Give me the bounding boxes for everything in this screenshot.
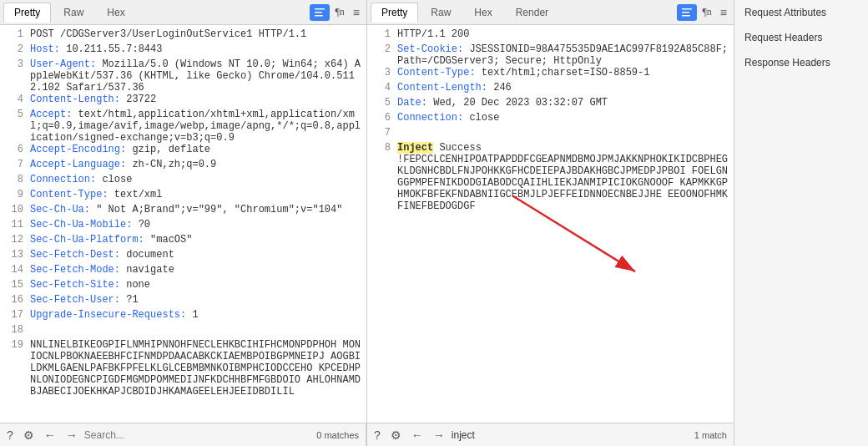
line-number: 15	[3, 279, 23, 291]
line-content: Upgrade-Insecure-Requests: 1	[30, 309, 199, 321]
line-number: 5	[3, 109, 23, 120]
line-number: 16	[3, 294, 23, 306]
line-number: 10	[3, 204, 23, 215]
table-row: 6Accept-Encoding: gzip, deflate	[0, 144, 366, 159]
left-settings-icon[interactable]: ⚙	[20, 427, 38, 443]
table-row: 10Sec-Ch-Ua: " Not A;Brand";v="99", "Chr…	[0, 204, 366, 219]
table-row: 3Content-Type: text/html;charset=ISO-885…	[367, 67, 734, 82]
line-content: Sec-Ch-Ua: " Not A;Brand";v="99", "Chrom…	[30, 204, 342, 215]
line-number: 12	[3, 234, 23, 246]
left-panel: Pretty Raw Hex ¶n ≡ 1POST /CDGServer3/Us…	[0, 0, 367, 446]
left-tab-hex[interactable]: Hex	[96, 3, 135, 23]
line-content: Sec-Ch-Ua-Platform: "macOS"	[30, 234, 192, 246]
left-tab-bar: Pretty Raw Hex ¶n ≡	[0, 0, 366, 25]
table-row: 2Set-Cookie: JSESSIONID=98A475535D9AE1AC…	[367, 43, 734, 67]
line-number: 4	[3, 94, 23, 105]
sidebar-item-request-headers[interactable]: Request Headers	[734, 25, 868, 50]
svg-rect-5	[682, 15, 690, 17]
table-row: 9Content-Type: text/xml	[0, 189, 366, 204]
left-back-icon[interactable]: ←	[41, 427, 59, 443]
table-row: 1POST /CDGServer3/UserLoginOutService1 H…	[0, 28, 366, 43]
table-row: 4Content-Length: 23722	[0, 94, 366, 109]
line-number: 11	[3, 219, 23, 231]
svg-rect-0	[315, 8, 325, 10]
left-bottom-bar: ? ⚙ ← → 0 matches	[0, 423, 366, 446]
sidebar: Request Attributes Request Headers Respo…	[734, 0, 868, 446]
table-row: 15Sec-Fetch-Site: none	[0, 279, 366, 294]
right-bottom-section: ? ⚙ ← → 1 match	[367, 423, 734, 446]
line-content: Sec-Fetch-Dest: document	[30, 249, 174, 261]
line-content: Accept-Encoding: gzip, deflate	[30, 144, 210, 155]
line-number: 8	[371, 142, 391, 154]
right-tab-hex[interactable]: Hex	[463, 3, 502, 23]
left-content: 1POST /CDGServer3/UserLoginOutService1 H…	[0, 25, 366, 423]
table-row: 18	[0, 324, 366, 339]
line-number: 8	[3, 174, 23, 185]
text-wrap-icon[interactable]	[310, 4, 330, 21]
line-number: 4	[371, 82, 391, 94]
left-paragraph-icon[interactable]: ¶n	[331, 4, 347, 20]
left-search-input[interactable]	[84, 429, 310, 441]
line-number: 2	[3, 43, 23, 55]
left-menu-icon[interactable]: ≡	[350, 4, 363, 21]
table-row: 6Connection: close	[367, 112, 734, 127]
sidebar-item-response-headers[interactable]: Response Headers	[734, 50, 868, 75]
line-content: HTTP/1.1 200	[397, 28, 469, 40]
line-content: Connection: close	[397, 112, 499, 124]
right-forward-icon[interactable]: →	[430, 427, 448, 443]
left-match-count: 0 matches	[313, 430, 362, 440]
line-number: 1	[3, 28, 23, 40]
right-paragraph-icon[interactable]: ¶n	[699, 4, 714, 20]
line-content: Host: 10.211.55.7:8443	[30, 43, 162, 55]
table-row: 13Sec-Fetch-Dest: document	[0, 249, 366, 264]
line-content: Content-Type: text/html;charset=ISO-8859…	[397, 67, 649, 79]
right-tab-pretty[interactable]: Pretty	[371, 3, 418, 23]
line-number: 2	[371, 43, 391, 55]
right-back-icon[interactable]: ←	[408, 427, 426, 443]
line-number: 6	[371, 112, 391, 124]
line-number: 9	[3, 189, 23, 200]
line-number: 14	[3, 264, 23, 276]
table-row: 14Sec-Fetch-Mode: navigate	[0, 264, 366, 279]
sidebar-item-request-attributes[interactable]: Request Attributes	[734, 0, 868, 25]
right-info-icon[interactable]: ?	[371, 427, 384, 443]
line-content: Sec-Fetch-Mode: navigate	[30, 264, 174, 276]
table-row: 4Content-Length: 246	[367, 82, 734, 97]
table-row: 2Host: 10.211.55.7:8443	[0, 43, 366, 58]
svg-rect-4	[682, 12, 689, 13]
left-content-wrapper: 1POST /CDGServer3/UserLoginOutService1 H…	[0, 25, 366, 423]
right-tab-render[interactable]: Render	[505, 3, 559, 23]
line-content: User-Agent: Mozilla/5.0 (Windows NT 10.0…	[30, 58, 363, 94]
table-row: 8Connection: close	[0, 174, 366, 189]
left-tab-pretty[interactable]: Pretty	[3, 3, 51, 23]
line-content: Sec-Fetch-Site: none	[30, 279, 150, 291]
line-content: Content-Type: text/xml	[30, 189, 162, 200]
right-panel: Pretty Raw Hex Render ¶n ≡ 1HTTP/1.1 200…	[367, 0, 734, 446]
line-number: 18	[3, 324, 23, 336]
svg-rect-3	[682, 8, 692, 10]
table-row: 19NNLINELBIKEOGPIFLNMHIPNNOHFNECLEHKBCIH…	[0, 339, 366, 398]
right-menu-icon[interactable]: ≡	[717, 4, 730, 21]
line-content: Connection: close	[30, 174, 132, 185]
line-number: 5	[371, 97, 391, 109]
left-tab-raw[interactable]: Raw	[53, 3, 94, 23]
table-row: 12Sec-Ch-Ua-Platform: "macOS"	[0, 234, 366, 249]
line-number: 19	[3, 339, 23, 351]
line-number: 7	[371, 127, 391, 139]
line-content: Content-Length: 246	[397, 82, 512, 94]
right-content: 1HTTP/1.1 2002Set-Cookie: JSESSIONID=98A…	[367, 25, 734, 423]
right-text-wrap-icon[interactable]	[677, 4, 697, 21]
line-number: 1	[371, 28, 391, 40]
left-forward-icon[interactable]: →	[63, 427, 81, 443]
table-row: 7Accept-Language: zh-CN,zh;q=0.9	[0, 159, 366, 174]
line-number: 3	[371, 67, 391, 79]
table-row: 3User-Agent: Mozilla/5.0 (Windows NT 10.…	[0, 58, 366, 94]
left-info-icon[interactable]: ?	[3, 427, 17, 443]
table-row: 17Upgrade-Insecure-Requests: 1	[0, 309, 366, 324]
right-bottom-bar: ? ⚙ ← → 1 match	[367, 423, 734, 446]
right-tab-raw[interactable]: Raw	[420, 3, 462, 23]
line-number: 3	[3, 58, 23, 70]
right-search-input[interactable]	[452, 429, 688, 441]
right-settings-icon[interactable]: ⚙	[387, 427, 405, 443]
line-content: Content-Length: 23722	[30, 94, 156, 105]
